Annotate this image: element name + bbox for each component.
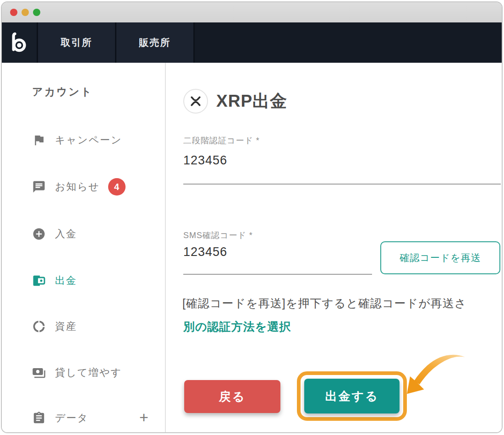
resend-info-text: [確認コードを再送]を押下すると確認コードが再送さ [182, 296, 466, 311]
zoom-window-button[interactable] [33, 9, 40, 16]
withdraw-button[interactable]: 出金する [304, 379, 400, 413]
sidebar-item-lending[interactable]: 貸して増やす [2, 362, 166, 384]
titlebar [2, 2, 502, 22]
two-factor-code-label: 二段階認証コード * [183, 135, 260, 146]
sidebar-header-account: アカウント [32, 85, 93, 99]
page-title: XRP出金 [216, 90, 287, 113]
tab-sales[interactable]: 販売所 [116, 22, 193, 63]
add-circle-icon [32, 227, 46, 241]
browser-window: 取引所 販売所 アカウント キャンペーン お知らせ 4 [1, 1, 503, 433]
sms-code-label: SMS確認コード * [183, 230, 253, 241]
close-window-button[interactable] [10, 9, 17, 16]
sidebar-item-withdraw[interactable]: 出金 [2, 270, 166, 292]
expand-plus-icon[interactable]: + [139, 408, 148, 426]
sidebar-item-assets[interactable]: 資産 [2, 315, 166, 337]
notification-count-badge: 4 [108, 178, 126, 196]
tab-exchange[interactable]: 取引所 [38, 22, 115, 63]
payments-icon [32, 366, 46, 380]
donut-chart-icon [32, 320, 46, 333]
two-factor-code-input[interactable]: 123456 [183, 153, 227, 168]
clipboard-icon [32, 411, 46, 425]
wallet-icon [32, 274, 46, 288]
navbar-spacer [195, 22, 502, 63]
flag-icon [32, 133, 46, 147]
input-underline [183, 274, 372, 275]
xrp-icon [183, 89, 208, 114]
sidebar: アカウント キャンペーン お知らせ 4 入金 [2, 63, 166, 433]
sidebar-item-campaign[interactable]: キャンペーン [2, 129, 166, 151]
input-underline [183, 184, 501, 185]
sidebar-item-deposit[interactable]: 入金 [2, 223, 166, 245]
withdraw-page: XRP出金 二段階認証コード * 123456 SMS確認コード * 12345… [166, 63, 502, 433]
highlight-annotation-box: 出金する [297, 371, 407, 421]
sidebar-item-data[interactable]: データ + [2, 407, 166, 429]
alternate-auth-link[interactable]: 別の認証方法を選択 [183, 319, 291, 334]
bitbank-logo[interactable] [2, 22, 37, 63]
minimize-window-button[interactable] [22, 9, 29, 16]
back-button[interactable]: 戻る [184, 380, 280, 413]
annotation-arrow-icon [401, 349, 470, 399]
resend-code-button[interactable]: 確認コードを再送 [380, 241, 500, 274]
sidebar-item-notifications[interactable]: お知らせ 4 [2, 176, 166, 198]
chat-icon [32, 180, 46, 194]
sms-code-input[interactable]: 123456 [183, 245, 227, 259]
navbar: 取引所 販売所 [2, 22, 502, 63]
